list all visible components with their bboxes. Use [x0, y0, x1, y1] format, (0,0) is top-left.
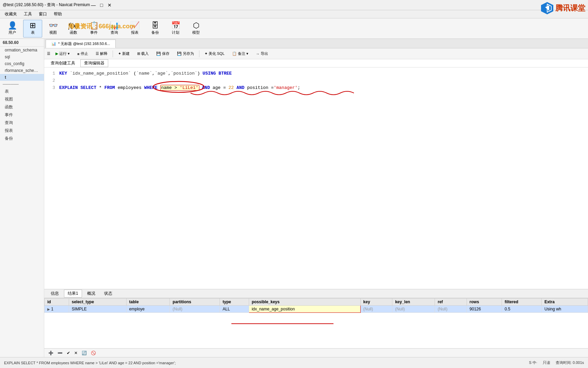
sidebar-server[interactable]: 68.50.60 — [0, 39, 44, 47]
toolbar-report-label: 报表 — [131, 30, 138, 35]
sidebar-functions[interactable]: 函数 — [0, 103, 44, 111]
export-button[interactable]: → 导出 — [254, 50, 271, 57]
save-button[interactable]: 💾 保存 — [154, 50, 172, 57]
col-possible-keys: possible_keys — [249, 298, 360, 306]
col-table: table — [126, 298, 170, 306]
menu-favorites[interactable]: 收藏夹 — [1, 11, 20, 18]
backup-icon: 🗄 — [151, 22, 159, 29]
result-tab-result1[interactable]: 结果1 — [64, 290, 82, 297]
menu-bar: 收藏夹 工具 窗口 帮助 — [0, 10, 588, 18]
sub-tab-builder[interactable]: 查询创建工具 — [47, 59, 79, 67]
code-content[interactable]: KEY `idx_name_age_position` (`name`,`age… — [59, 70, 300, 91]
toolbar-event[interactable]: 📋 事件 — [84, 20, 103, 37]
col-extra: Extra — [541, 298, 588, 306]
toolbar-backup[interactable]: 🗄 备份 — [146, 20, 165, 37]
toolbar-query-label: 查询 — [111, 30, 118, 35]
col-key-len: key_len — [392, 298, 435, 306]
sidebar-events[interactable]: 事件 — [0, 111, 44, 119]
new-button[interactable]: ✦ 新建 — [116, 50, 132, 57]
sidebar-reports[interactable]: 报表 — [0, 127, 44, 135]
toolbar-user[interactable]: 👤 用户 — [3, 20, 22, 37]
cell-table: employe — [126, 306, 170, 313]
cell-filtered: 0.5 — [502, 306, 542, 313]
new-icon: ✦ — [118, 51, 121, 56]
code-line-2 — [59, 77, 300, 85]
line-numbers: 1 2 3 — [48, 70, 55, 91]
stop-icon: ■ — [77, 52, 80, 56]
sidebar-performance-schema[interactable]: rformance_schema — [0, 67, 44, 74]
menu-tools[interactable]: 工具 — [20, 11, 35, 18]
toolbar-report[interactable]: 📈 报表 — [125, 20, 144, 37]
comment-button[interactable]: 📋 备注 ▾ — [230, 50, 251, 57]
run-button[interactable]: ▶ 运行 ▾ — [53, 50, 72, 57]
cell-ref: (Null) — [435, 306, 467, 313]
result-tab-info[interactable]: 信息 — [47, 290, 63, 297]
toolbar-query[interactable]: 📊 查询 — [105, 20, 124, 37]
cell-extra: Using wh — [541, 306, 588, 313]
cell-partitions: (Null) — [170, 306, 220, 313]
status-query-time: 查询时间: 0.001s — [556, 360, 584, 365]
toolbar-table[interactable]: ⊞ 表 — [23, 20, 42, 37]
toolbar-table-label: 表 — [31, 30, 35, 35]
table-row[interactable]: ▶ 1 SIMPLE employe (Null) ALL idx_name_a… — [45, 306, 588, 313]
tab-icon: 📊 — [51, 42, 56, 46]
sidebar-cos-config[interactable]: cos_config — [0, 60, 44, 67]
minimize-button[interactable]: — — [90, 2, 97, 9]
col-partitions: partitions — [170, 298, 220, 306]
delete-row-button[interactable]: ➖ — [56, 350, 64, 356]
col-id: id — [45, 298, 69, 306]
save-as-button[interactable]: 💾 另存为 — [175, 50, 196, 57]
maximize-button[interactable]: □ — [98, 2, 105, 9]
toolbar-view[interactable]: 👓 视图 — [44, 20, 63, 37]
toolbar-backup-label: 备份 — [151, 30, 159, 35]
editor-annotations — [44, 67, 588, 289]
menu-window[interactable]: 窗口 — [35, 11, 50, 18]
results-tabs: 信息 结果1 概况 状态 — [44, 289, 588, 298]
stop-button[interactable]: ■ 停止 — [75, 50, 91, 57]
query-toolbar: ☰ ▶ 运行 ▾ ■ 停止 ☰ 解释 ✦ 新建 — [44, 48, 588, 59]
status-sql: EXPLAIN SELECT * FROM employees WHERE na… — [4, 361, 176, 365]
add-row-button[interactable]: ➕ — [47, 350, 55, 356]
load-button[interactable]: ⊞ 载入 — [135, 50, 151, 57]
toolbar-separator2 — [199, 50, 199, 57]
user-icon: 👤 — [8, 22, 17, 29]
result-tab-status[interactable]: 状态 — [100, 290, 116, 297]
sidebar-sql[interactable]: sql — [0, 53, 44, 60]
results-table[interactable]: id select_type table partitions type pos… — [44, 298, 588, 348]
toolbar-schedule[interactable]: 📅 计划 — [166, 20, 185, 37]
cancel-edit-button[interactable]: ✕ — [73, 350, 79, 356]
content-area: 📊 * 无标题 @test (192.168.50.6... ☰ ▶ 运行 ▾ … — [44, 39, 588, 357]
results-area: 信息 结果1 概况 状态 id select_type table partit… — [44, 289, 588, 357]
sidebar-queries[interactable]: 查询 — [0, 119, 44, 127]
sidebar-tables[interactable]: 表 — [0, 88, 44, 95]
cell-key-len: (Null) — [392, 306, 435, 313]
refresh-button[interactable]: 🔄 — [80, 350, 88, 356]
event-icon: 📋 — [89, 22, 99, 29]
main-layout: 68.50.60 ormation_schema sql cos_config … — [0, 39, 588, 357]
cell-possible-keys: idx_name_age_position — [249, 306, 360, 313]
close-button[interactable]: ✕ — [106, 2, 113, 9]
sidebar-backups[interactable]: 备份 — [0, 135, 44, 142]
toolbar-user-label: 用户 — [9, 30, 16, 35]
result-tab-overview[interactable]: 概况 — [83, 290, 99, 297]
clear-button[interactable]: 🚫 — [89, 350, 97, 356]
sidebar-information-schema[interactable]: ormation_schema — [0, 47, 44, 53]
tab-label: * 无标题 @test (192.168.50.6... — [58, 41, 110, 46]
sub-tab-editor[interactable]: 查询编辑器 — [80, 59, 108, 67]
query-tab[interactable]: 📊 * 无标题 @test (192.168.50.6... — [46, 40, 116, 48]
explain-button[interactable]: ☰ 解释 — [93, 50, 110, 57]
schedule-icon: 📅 — [171, 22, 180, 29]
sidebar-group: ────── — [0, 81, 44, 88]
beautify-button[interactable]: ✦ 美化 SQL — [202, 50, 227, 57]
menu-help[interactable]: 帮助 — [50, 11, 65, 18]
editor-area[interactable]: 1 2 3 KEY `idx_name_age_position` (`name… — [44, 67, 588, 289]
toolbar-event-label: 事件 — [90, 30, 98, 35]
confirm-button[interactable]: ✔ — [65, 350, 71, 356]
toolbar-model[interactable]: ⬡ 模型 — [186, 20, 206, 37]
toolbar-separator — [113, 50, 113, 57]
sidebar-test-db[interactable]: t — [0, 74, 44, 81]
cell-select-type: SIMPLE — [69, 306, 126, 313]
sidebar-views[interactable]: 视图 — [0, 95, 44, 103]
brand-text: 腾讯课堂 — [555, 3, 585, 13]
toolbar-function[interactable]: f(x) 函数 — [64, 20, 83, 37]
